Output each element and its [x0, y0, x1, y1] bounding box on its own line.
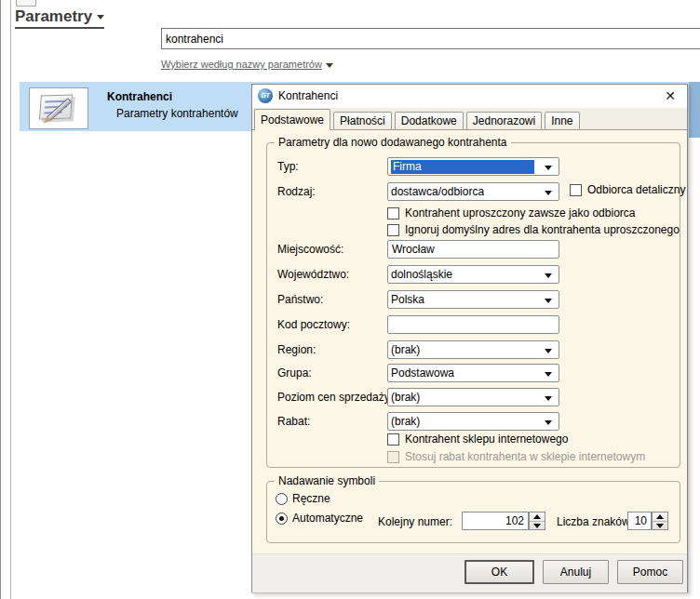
- cancel-button[interactable]: Anuluj: [543, 560, 609, 584]
- kod-pocztowy-input-wrap: [387, 315, 559, 334]
- dropdown-arrow-icon: [545, 166, 552, 170]
- tab-inne[interactable]: Inne: [545, 112, 579, 129]
- kod-pocztowy-label: Kod pocztowy:: [277, 318, 350, 331]
- filter-by-name-link[interactable]: Wybierz według nazwy parametrów: [161, 59, 333, 70]
- checkbox-box: [387, 207, 399, 220]
- miejscowosc-label: Miejscowość:: [277, 243, 343, 256]
- next-number-spinner: [462, 512, 529, 530]
- filter-link-label: Wybierz według nazwy parametrów: [161, 59, 322, 70]
- region-combobox[interactable]: (brak): [387, 340, 559, 359]
- radio-automatyczne[interactable]: Automatyczne: [276, 512, 363, 525]
- top-tab-stub: [16, 0, 36, 7]
- typ-value: Firma: [391, 160, 534, 174]
- char-count-spin-buttons: [652, 512, 668, 530]
- group1-legend: Parametry dla nowo dodawanego kontrahent…: [275, 136, 511, 149]
- panel-left-border: [0, 0, 1, 599]
- checkbox-label: Stosuj rabat kontrahenta w sklepie inter…: [405, 450, 645, 463]
- radio-label: Automatyczne: [292, 512, 363, 525]
- checkbox-odbiorca-detaliczny[interactable]: Odbiorca detaliczny: [570, 183, 685, 196]
- checkbox-box: [387, 433, 399, 446]
- rabat-label: Rabat:: [277, 415, 310, 428]
- spin-up-button[interactable]: [653, 512, 667, 521]
- dropdown-arrow-icon: [545, 372, 552, 377]
- arrow-up-icon: [656, 514, 664, 519]
- grupa-combobox[interactable]: Podstawowa: [387, 364, 559, 382]
- next-number-label: Kolejny numer:: [378, 515, 452, 528]
- page-title: Parametry: [15, 7, 92, 25]
- parametry-menu[interactable]: Parametry: [15, 7, 104, 29]
- arrow-down-icon: [533, 524, 541, 528]
- region-value: (brak): [391, 343, 538, 357]
- rodzaj-value: dostawca/odbiorca: [391, 185, 538, 199]
- checkbox-uproszczony-odbiorca[interactable]: Kontrahent uproszczony zawsze jako odbio…: [387, 206, 635, 220]
- close-icon[interactable]: ✕: [660, 87, 680, 105]
- help-button[interactable]: Pomoc: [617, 560, 683, 584]
- dropdown-arrow-icon: [545, 349, 552, 353]
- kontrahenci-memo-icon: [29, 87, 88, 129]
- list-item-subtitle: Parametry kontrahentów: [116, 107, 238, 120]
- radio-circle-selected: [276, 512, 288, 525]
- tab-jednorazowi[interactable]: Jednorazowi: [466, 112, 542, 129]
- tab-platnosci[interactable]: Płatności: [333, 112, 392, 129]
- checkbox-label: Ignoruj domyślny adres dla kontrahenta u…: [405, 223, 680, 236]
- region-label: Region:: [277, 343, 316, 356]
- spin-down-button[interactable]: [530, 521, 545, 529]
- app-window: Parametry Wybierz według nazwy parametró…: [0, 0, 700, 599]
- spin-down-button[interactable]: [653, 521, 667, 529]
- panstwo-label: Państwo:: [277, 293, 323, 306]
- chevron-down-icon: [97, 15, 104, 20]
- panel-inner-border: [10, 0, 11, 599]
- dropdown-arrow-icon: [545, 191, 552, 195]
- checkbox-ignoruj-adres[interactable]: Ignoruj domyślny adres dla kontrahenta u…: [387, 223, 680, 236]
- panstwo-combobox[interactable]: Polska: [387, 290, 559, 309]
- miejscowosc-input[interactable]: [388, 241, 559, 258]
- checkbox-label: Kontrahent uproszczony zawsze jako odbio…: [405, 206, 635, 220]
- typ-label: Typ:: [277, 160, 299, 173]
- panstwo-value: Polska: [391, 293, 538, 307]
- dropdown-arrow-icon: [545, 396, 552, 401]
- kontrahenci-dialog: GT Kontrahenci ✕ Podstawowe Płatności Do…: [251, 84, 688, 592]
- checkbox-box: [387, 451, 399, 463]
- background-scrollbar: [689, 82, 700, 138]
- checkbox-label: Odbiorca detaliczny: [587, 183, 685, 196]
- group2-legend: Nadawanie symboli: [275, 474, 379, 487]
- tab-dodatkowe[interactable]: Dodatkowe: [395, 112, 464, 129]
- dropdown-arrow-icon: [545, 273, 552, 278]
- search-input[interactable]: [161, 28, 700, 49]
- checkbox-box: [387, 224, 399, 236]
- wojewodztwo-value: dolnośląskie: [391, 268, 538, 282]
- radio-label: Ręczne: [292, 492, 330, 505]
- radio-reczne[interactable]: Ręczne: [276, 492, 330, 505]
- ok-button[interactable]: OK: [464, 560, 534, 584]
- chevron-down-icon: [326, 63, 333, 68]
- checkbox-box: [570, 184, 582, 196]
- grupa-label: Grupa:: [277, 366, 312, 379]
- char-count-label: Liczba znaków:: [557, 515, 633, 528]
- poziom-cen-combobox[interactable]: (brak): [387, 388, 559, 406]
- rodzaj-label: Rodzaj:: [277, 185, 316, 198]
- poziom-cen-value: (brak): [391, 391, 538, 405]
- checkbox-rabat-sklep-disabled: Stosuj rabat kontrahenta w sklepie inter…: [387, 450, 645, 463]
- grupa-value: Podstawowa: [391, 366, 538, 380]
- char-count-input[interactable]: [628, 512, 651, 529]
- checkbox-sklep-internetowy[interactable]: Kontrahent sklepu internetowego: [387, 433, 568, 446]
- spin-up-button[interactable]: [530, 512, 545, 521]
- next-number-input[interactable]: [463, 512, 528, 529]
- miejscowosc-input-wrap: [387, 240, 559, 259]
- kod-pocztowy-input[interactable]: [388, 316, 559, 333]
- dropdown-arrow-icon: [545, 420, 552, 425]
- checkbox-label: Kontrahent sklepu internetowego: [405, 433, 568, 446]
- rabat-combobox[interactable]: (brak): [387, 412, 559, 431]
- dropdown-arrow-icon: [545, 299, 552, 303]
- dialog-titlebar[interactable]: GT Kontrahenci ✕: [252, 85, 687, 108]
- dialog-title: Kontrahenci: [278, 89, 338, 102]
- wojewodztwo-combobox[interactable]: dolnośląskie: [387, 265, 559, 284]
- arrow-up-icon: [533, 514, 541, 519]
- rabat-value: (brak): [391, 415, 538, 429]
- insert-gt-logo-icon: GT: [258, 88, 273, 103]
- rodzaj-combobox[interactable]: dostawca/odbiorca: [387, 182, 559, 201]
- next-number-spin-buttons: [529, 512, 545, 530]
- dialog-button-bar: OK Anuluj Pomoc: [252, 553, 687, 592]
- typ-combobox[interactable]: Firma: [387, 157, 559, 176]
- tab-podstawowe[interactable]: Podstawowe: [254, 109, 330, 130]
